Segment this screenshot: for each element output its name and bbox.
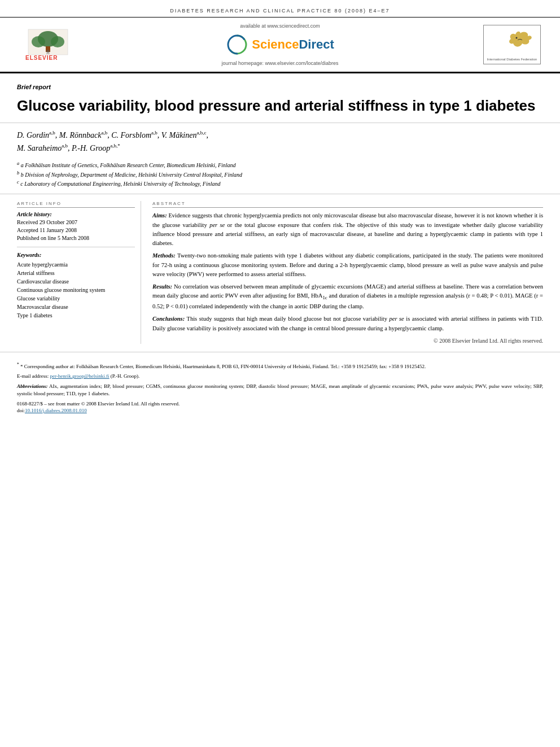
idf-label: International Diabetes Federation: [487, 58, 537, 62]
article-info-col: ARTICLE INFO Article history: Received 2…: [17, 201, 141, 344]
author-makinen: V. Mäkinen: [161, 131, 197, 139]
keyword-4: Continuous glucose monitoring system: [17, 286, 135, 294]
footer-section: * * Corresponding author at: Folkhälsan …: [0, 352, 560, 420]
email-note: E-mail address: per-henrik.groop@helsink…: [17, 373, 543, 381]
svg-text:ELSEVIER: ELSEVIER: [25, 55, 58, 61]
conclusions-label: Conclusions:: [152, 316, 185, 322]
history-group: Article history: Received 29 October 200…: [17, 211, 135, 242]
svg-point-2: [32, 36, 45, 47]
accepted-date: Accepted 11 January 2008: [17, 226, 135, 234]
doi: doi:10.1016/j.diabres.2008.01.010: [17, 408, 543, 413]
affiliation-c: c c Laboratory of Computational Engineer…: [17, 179, 543, 188]
idf-logo-container: International Diabetes Federation: [475, 25, 549, 65]
author-saraheimo: M. Saraheimo: [17, 144, 62, 152]
abbrev-label: Abbreviations:: [17, 383, 48, 389]
email-link[interactable]: per-henrik.groop@helsinki.fi: [50, 373, 109, 379]
keyword-6: Macrovascular disease: [17, 303, 135, 311]
results-label: Results:: [152, 283, 172, 290]
page: DIABETES RESEARCH AND CLINICAL PRACTICE …: [0, 0, 560, 747]
two-col-layout: ARTICLE INFO Article history: Received 2…: [0, 194, 560, 344]
methods-label: Methods:: [152, 252, 176, 259]
authors: D. Gordina,b, M. Rönnbacka,b, C. Forsblo…: [17, 129, 543, 155]
svg-point-5: [46, 50, 50, 53]
article-type-label: Brief report: [17, 84, 51, 90]
available-text: available at www.sciencedirect.com: [240, 23, 320, 29]
abbreviations: Abbreviations: AIx, augmentation index; …: [17, 383, 543, 398]
author-saraheimo-sup: a,b: [62, 143, 68, 148]
methods-text: Twenty-two non-smoking male patients wit…: [152, 252, 543, 277]
email-suffix: (P.-H. Groop).: [111, 373, 140, 379]
divider-1: [17, 247, 135, 247]
journal-bar: DIABETES RESEARCH AND CLINICAL PRACTICE …: [0, 0, 560, 18]
author-forsblom-sup: a,b: [151, 130, 158, 136]
affiliation-a: a a Folkhälsan Institute of Genetics, Fo…: [17, 160, 543, 169]
abstract-results: Results: No correlation was observed bet…: [152, 282, 543, 311]
conclusions-text: This study suggests that high mean daily…: [152, 316, 543, 331]
journal-title: DIABETES RESEARCH AND CLINICAL PRACTICE …: [170, 8, 390, 14]
author-forsblom: C. Forsblom: [111, 131, 151, 139]
author-makinen-sup: a,b,c: [196, 130, 206, 136]
results-text: No correlation was observed between mean…: [152, 283, 543, 309]
keyword-3: Cardiovascular disease: [17, 277, 135, 286]
elsevier-logo-container: ELSEVIER: [11, 25, 85, 64]
corresponding-note: * * Corresponding author at: Folkhälsan …: [17, 361, 543, 371]
doi-link[interactable]: 10.1016/j.diabres.2008.01.010: [25, 408, 87, 413]
author-ronnback: M. Rönnback: [59, 131, 102, 139]
abstract-methods: Methods: Twenty-two non-smoking male pat…: [152, 251, 543, 279]
issn: 0168-8227/$ – see front matter © 2008 El…: [17, 400, 543, 408]
copyright: © 2008 Elsevier Ireland Ltd. All rights …: [152, 338, 543, 344]
keywords-group: Keywords: Acute hyperglycaemia Arterial …: [17, 252, 135, 320]
abstract-aims: Aims: Evidence suggests that chronic hyp…: [152, 211, 543, 248]
journal-homepage: journal homepage: www.elsevier.com/locat…: [221, 60, 338, 66]
abstract-col: ABSTRACT Aims: Evidence suggests that ch…: [152, 201, 543, 344]
affiliations-section: a a Folkhälsan Institute of Genetics, Fo…: [0, 158, 560, 194]
aims-label: Aims:: [152, 212, 167, 219]
article-info-heading: ARTICLE INFO: [17, 201, 135, 208]
keywords-label: Keywords:: [17, 252, 135, 258]
idf-bird-icon: [489, 28, 535, 56]
author-groop: P.-H. Groop: [72, 144, 110, 152]
author-gordin: D. Gordin: [17, 131, 49, 139]
email-label: E-mail address:: [17, 373, 49, 379]
author-gordin-sup: a,b: [49, 130, 55, 136]
keyword-5: Glucose variability: [17, 294, 135, 303]
keyword-2: Arterial stiffness: [17, 269, 135, 277]
idf-logo: International Diabetes Federation: [483, 25, 541, 65]
history-label: Article history:: [17, 211, 135, 217]
author-ronnback-sup: a,b: [101, 130, 107, 136]
abstract-heading: ABSTRACT: [152, 201, 543, 208]
article-title: Glucose variability, blood pressure and …: [17, 97, 543, 115]
authors-section: D. Gordina,b, M. Rönnbacka,b, C. Forsblo…: [0, 123, 560, 158]
svg-point-8: [515, 37, 517, 38]
published-date: Published on line 5 March 2008: [17, 234, 135, 242]
author-groop-sup: a,b,*: [110, 143, 120, 148]
svg-rect-6: [46, 53, 50, 54]
sd-logo-text: ScienceDirect: [252, 37, 334, 52]
keyword-1: Acute hyperglycaemia: [17, 260, 135, 269]
affiliation-b: b b Division of Nephrology, Department o…: [17, 170, 543, 179]
received-date: Received 29 October 2007: [17, 219, 135, 226]
svg-point-3: [51, 36, 64, 47]
sciencedirect-header: available at www.sciencedirect.com Scien…: [85, 23, 475, 66]
sd-swirl-icon: [226, 33, 248, 56]
abbrev-text: AIx, augmentation index; BP, blood press…: [17, 383, 543, 397]
abstract-conclusions: Conclusions: This study suggests that hi…: [152, 314, 543, 333]
aims-text: Evidence suggests that chronic hyperglyc…: [152, 212, 543, 246]
keyword-7: Type 1 diabetes: [17, 311, 135, 320]
elsevier-tree-icon: ELSEVIER: [17, 25, 79, 64]
article-type-section: Brief report: [0, 73, 560, 94]
header: ELSEVIER available at www.sciencedirect.…: [0, 18, 560, 73]
sciencedirect-logo: ScienceDirect: [226, 33, 334, 56]
article-title-section: Glucose variability, blood pressure and …: [0, 94, 560, 123]
